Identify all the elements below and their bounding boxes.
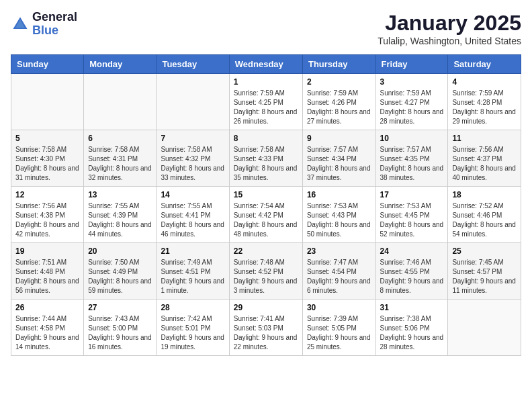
day-number: 28 — [161, 303, 224, 312]
calendar-cell: 28Sunrise: 7:42 AM Sunset: 5:01 PM Dayli… — [157, 300, 229, 356]
day-number: 6 — [88, 134, 152, 143]
day-info: Sunrise: 7:38 AM Sunset: 5:06 PM Dayligh… — [380, 314, 444, 352]
calendar-cell: 21Sunrise: 7:49 AM Sunset: 4:51 PM Dayli… — [157, 243, 229, 300]
day-info: Sunrise: 7:56 AM Sunset: 4:38 PM Dayligh… — [15, 201, 79, 239]
day-info: Sunrise: 7:59 AM Sunset: 4:28 PM Dayligh… — [452, 89, 517, 126]
calendar-cell — [448, 300, 521, 356]
location-text: Tulalip, Washington, United States — [378, 36, 521, 46]
calendar-cell: 17Sunrise: 7:53 AM Sunset: 4:45 PM Dayli… — [375, 187, 448, 243]
day-info: Sunrise: 7:52 AM Sunset: 4:46 PM Dayligh… — [452, 201, 517, 239]
day-number: 4 — [452, 77, 517, 87]
calendar-cell: 3Sunrise: 7:59 AM Sunset: 4:27 PM Daylig… — [375, 74, 448, 130]
calendar-week-row: 12Sunrise: 7:56 AM Sunset: 4:38 PM Dayli… — [11, 187, 521, 243]
day-number: 23 — [307, 246, 371, 256]
day-number: 21 — [161, 246, 224, 256]
day-number: 17 — [380, 190, 444, 199]
calendar-cell: 8Sunrise: 7:58 AM Sunset: 4:33 PM Daylig… — [229, 130, 302, 187]
calendar-cell: 15Sunrise: 7:54 AM Sunset: 4:42 PM Dayli… — [229, 187, 302, 243]
weekday-header-tuesday: Tuesday — [157, 55, 229, 74]
day-info: Sunrise: 7:54 AM Sunset: 4:42 PM Dayligh… — [234, 201, 298, 239]
calendar-cell: 16Sunrise: 7:53 AM Sunset: 4:43 PM Dayli… — [302, 187, 375, 243]
day-info: Sunrise: 7:53 AM Sunset: 4:45 PM Dayligh… — [380, 201, 444, 239]
weekday-header-saturday: Saturday — [448, 55, 521, 74]
month-title: January 2025 — [378, 11, 521, 36]
day-number: 27 — [88, 303, 152, 312]
day-info: Sunrise: 7:58 AM Sunset: 4:31 PM Dayligh… — [88, 145, 152, 183]
calendar-cell — [11, 74, 84, 130]
day-number: 13 — [88, 190, 152, 199]
day-number: 24 — [380, 246, 444, 256]
day-number: 19 — [15, 246, 79, 256]
day-info: Sunrise: 7:59 AM Sunset: 4:26 PM Dayligh… — [307, 89, 371, 126]
day-number: 1 — [234, 77, 298, 87]
day-number: 12 — [15, 190, 79, 199]
day-number: 7 — [161, 134, 224, 143]
day-number: 25 — [452, 246, 517, 256]
calendar-table: SundayMondayTuesdayWednesdayThursdayFrid… — [11, 54, 521, 356]
logo-general-text: General — [32, 11, 77, 24]
calendar-cell: 5Sunrise: 7:58 AM Sunset: 4:30 PM Daylig… — [11, 130, 84, 187]
day-info: Sunrise: 7:57 AM Sunset: 4:34 PM Dayligh… — [307, 145, 371, 183]
calendar-cell: 12Sunrise: 7:56 AM Sunset: 4:38 PM Dayli… — [11, 187, 84, 243]
day-number: 16 — [307, 190, 371, 199]
calendar-cell: 4Sunrise: 7:59 AM Sunset: 4:28 PM Daylig… — [448, 74, 521, 130]
logo-icon — [11, 15, 30, 34]
calendar-week-row: 5Sunrise: 7:58 AM Sunset: 4:30 PM Daylig… — [11, 130, 521, 187]
day-number: 26 — [15, 303, 79, 312]
day-number: 10 — [380, 134, 444, 143]
day-info: Sunrise: 7:43 AM Sunset: 5:00 PM Dayligh… — [88, 314, 152, 352]
day-info: Sunrise: 7:55 AM Sunset: 4:39 PM Dayligh… — [88, 201, 152, 239]
day-info: Sunrise: 7:57 AM Sunset: 4:35 PM Dayligh… — [380, 145, 444, 183]
day-info: Sunrise: 7:51 AM Sunset: 4:48 PM Dayligh… — [15, 258, 79, 295]
weekday-header-monday: Monday — [84, 55, 157, 74]
calendar-cell: 19Sunrise: 7:51 AM Sunset: 4:48 PM Dayli… — [11, 243, 84, 300]
day-info: Sunrise: 7:56 AM Sunset: 4:37 PM Dayligh… — [452, 145, 517, 183]
day-info: Sunrise: 7:58 AM Sunset: 4:32 PM Dayligh… — [161, 145, 224, 183]
logo-blue-text: Blue — [32, 24, 77, 38]
day-info: Sunrise: 7:39 AM Sunset: 5:05 PM Dayligh… — [307, 314, 371, 352]
day-info: Sunrise: 7:41 AM Sunset: 5:03 PM Dayligh… — [234, 314, 298, 352]
day-number: 11 — [452, 134, 517, 143]
calendar-cell: 27Sunrise: 7:43 AM Sunset: 5:00 PM Dayli… — [84, 300, 157, 356]
calendar-cell: 22Sunrise: 7:48 AM Sunset: 4:52 PM Dayli… — [229, 243, 302, 300]
day-info: Sunrise: 7:46 AM Sunset: 4:55 PM Dayligh… — [380, 258, 444, 295]
calendar-week-row: 26Sunrise: 7:44 AM Sunset: 4:58 PM Dayli… — [11, 300, 521, 356]
calendar-cell: 7Sunrise: 7:58 AM Sunset: 4:32 PM Daylig… — [157, 130, 229, 187]
day-info: Sunrise: 7:50 AM Sunset: 4:49 PM Dayligh… — [88, 258, 152, 295]
day-info: Sunrise: 7:59 AM Sunset: 4:27 PM Dayligh… — [380, 89, 444, 126]
day-number: 2 — [307, 77, 371, 87]
day-number: 31 — [380, 303, 444, 312]
calendar-cell: 31Sunrise: 7:38 AM Sunset: 5:06 PM Dayli… — [375, 300, 448, 356]
weekday-header-wednesday: Wednesday — [229, 55, 302, 74]
day-number: 9 — [307, 134, 371, 143]
calendar-cell: 10Sunrise: 7:57 AM Sunset: 4:35 PM Dayli… — [375, 130, 448, 187]
day-info: Sunrise: 7:49 AM Sunset: 4:51 PM Dayligh… — [161, 258, 224, 295]
page-header: General Blue January 2025 Tulalip, Washi… — [11, 11, 521, 46]
calendar-cell: 6Sunrise: 7:58 AM Sunset: 4:31 PM Daylig… — [84, 130, 157, 187]
day-number: 5 — [15, 134, 79, 143]
day-info: Sunrise: 7:47 AM Sunset: 4:54 PM Dayligh… — [307, 258, 371, 295]
calendar-cell: 18Sunrise: 7:52 AM Sunset: 4:46 PM Dayli… — [448, 187, 521, 243]
calendar-cell: 20Sunrise: 7:50 AM Sunset: 4:49 PM Dayli… — [84, 243, 157, 300]
calendar-cell: 24Sunrise: 7:46 AM Sunset: 4:55 PM Dayli… — [375, 243, 448, 300]
calendar-cell: 29Sunrise: 7:41 AM Sunset: 5:03 PM Dayli… — [229, 300, 302, 356]
day-number: 3 — [380, 77, 444, 87]
calendar-week-row: 19Sunrise: 7:51 AM Sunset: 4:48 PM Dayli… — [11, 243, 521, 300]
day-number: 18 — [452, 190, 517, 199]
day-info: Sunrise: 7:58 AM Sunset: 4:30 PM Dayligh… — [15, 145, 79, 183]
calendar-cell: 23Sunrise: 7:47 AM Sunset: 4:54 PM Dayli… — [302, 243, 375, 300]
calendar-week-row: 1Sunrise: 7:59 AM Sunset: 4:25 PM Daylig… — [11, 74, 521, 130]
calendar-cell: 9Sunrise: 7:57 AM Sunset: 4:34 PM Daylig… — [302, 130, 375, 187]
day-number: 15 — [234, 190, 298, 199]
calendar-cell: 30Sunrise: 7:39 AM Sunset: 5:05 PM Dayli… — [302, 300, 375, 356]
day-info: Sunrise: 7:44 AM Sunset: 4:58 PM Dayligh… — [15, 314, 79, 352]
calendar-cell — [157, 74, 229, 130]
weekday-header-thursday: Thursday — [302, 55, 375, 74]
logo: General Blue — [11, 11, 77, 38]
weekday-header-friday: Friday — [375, 55, 448, 74]
day-number: 8 — [234, 134, 298, 143]
calendar-cell: 2Sunrise: 7:59 AM Sunset: 4:26 PM Daylig… — [302, 74, 375, 130]
day-info: Sunrise: 7:42 AM Sunset: 5:01 PM Dayligh… — [161, 314, 224, 352]
day-info: Sunrise: 7:45 AM Sunset: 4:57 PM Dayligh… — [452, 258, 517, 295]
day-info: Sunrise: 7:48 AM Sunset: 4:52 PM Dayligh… — [234, 258, 298, 295]
